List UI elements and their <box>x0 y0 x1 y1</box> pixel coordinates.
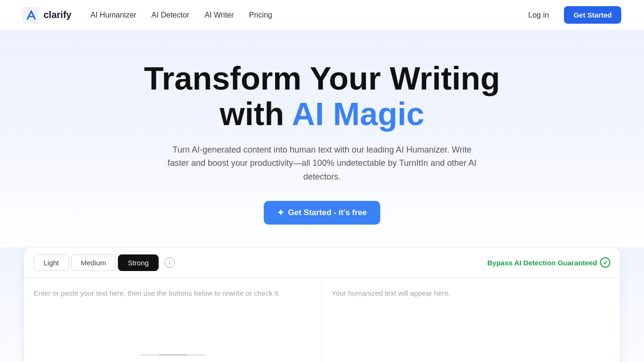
nav-pricing[interactable]: Pricing <box>249 11 272 19</box>
hero-title: Transform Your Writing with AI Magic <box>11 61 633 132</box>
sparkle-icon: ✦ <box>277 208 284 218</box>
strength-buttons: Light Medium Strong <box>34 254 159 271</box>
logo-icon <box>23 7 40 24</box>
get-started-nav-button[interactable]: Get Started <box>564 6 621 24</box>
editor-area: Enter or paste your text here, then use … <box>24 278 620 362</box>
nav-ai-detector[interactable]: AI Detector <box>152 11 189 19</box>
strength-strong-button[interactable]: Strong <box>118 254 159 271</box>
scrollbar-track[interactable] <box>140 354 206 356</box>
svg-point-1 <box>30 10 32 12</box>
svg-rect-0 <box>23 7 40 24</box>
navbar: clarify AI Humanizer AI Detector AI Writ… <box>0 0 644 30</box>
editor-right: Your humanized text will appear here. 0 … <box>322 278 620 362</box>
hero-subtitle: Turn AI-generated content into human tex… <box>161 143 483 184</box>
nav-right: Log in Get Started <box>521 6 621 24</box>
bypass-label: Bypass AI Detection Guaranteed <box>487 259 597 267</box>
bypass-badge: Bypass AI Detection Guaranteed ✓ <box>487 257 610 268</box>
hero-section: Transform Your Writing with AI Magic Tur… <box>0 30 644 247</box>
scrollbar-thumb[interactable] <box>159 354 187 356</box>
nav-ai-humanizer[interactable]: AI Humanizer <box>90 11 136 19</box>
logo[interactable]: clarify <box>23 7 72 24</box>
info-icon[interactable]: i <box>164 257 175 268</box>
logo-text: clarify <box>44 9 72 20</box>
hero-cta-button[interactable]: ✦ Get Started - it's free <box>264 201 380 225</box>
nav-left: clarify AI Humanizer AI Detector AI Writ… <box>23 7 272 24</box>
tool-panel: Light Medium Strong i Bypass AI Detectio… <box>24 247 620 362</box>
nav-links: AI Humanizer AI Detector AI Writer Prici… <box>90 11 272 19</box>
login-button[interactable]: Log in <box>521 7 557 23</box>
strength-light-button[interactable]: Light <box>34 254 69 271</box>
editor-left: Enter or paste your text here, then use … <box>24 278 322 362</box>
nav-ai-writer[interactable]: AI Writer <box>205 11 234 19</box>
output-placeholder-text: Your humanized text will appear here. <box>322 278 620 362</box>
tool-header: Light Medium Strong i Bypass AI Detectio… <box>24 248 620 278</box>
input-placeholder-text: Enter or paste your text here, then use … <box>24 278 322 354</box>
tool-panel-wrap: Light Medium Strong i Bypass AI Detectio… <box>0 247 644 362</box>
strength-medium-button[interactable]: Medium <box>71 254 116 271</box>
check-circle-icon: ✓ <box>600 257 610 268</box>
